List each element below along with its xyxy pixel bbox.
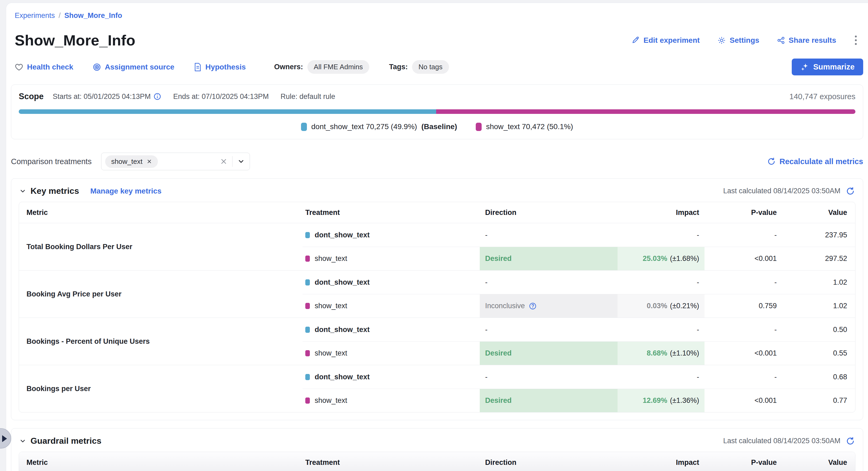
last-calculated-text: Last calculated 08/14/2025 03:50AM: [723, 437, 840, 445]
key-metrics-header: Key metrics Manage key metrics Last calc…: [19, 185, 856, 202]
impact-cell: 0.03% (±0.21%): [618, 294, 705, 317]
recalculate-wrap: Recalculate all metrics: [767, 157, 863, 166]
metric-link[interactable]: Booking Avg Price per User: [19, 271, 303, 317]
exposure-bar-baseline-segment: [19, 109, 436, 114]
impact-value: 25.03%: [643, 255, 667, 263]
value-cell: 0.77: [782, 389, 855, 412]
treatment-chip[interactable]: show_text: [105, 155, 158, 168]
table-header-row: Metric Treatment Direction Impact P-valu…: [19, 452, 855, 471]
title-row: Show_More_Info Edit experiment Settings …: [15, 32, 863, 49]
pvalue-cell: -: [705, 271, 782, 294]
assignment-source-link[interactable]: Assignment source: [93, 63, 175, 71]
clear-all-icon[interactable]: [220, 158, 227, 165]
impact-cell: -: [618, 318, 705, 341]
guardrail-metrics-table: Metric Treatment Direction Impact P-valu…: [19, 452, 856, 471]
chip-remove-icon[interactable]: [147, 159, 152, 164]
column-header-treatment: Treatment: [303, 202, 480, 223]
impact-cell: -: [618, 223, 705, 247]
baseline-swatch: [305, 327, 310, 333]
treatment-cell: dont_show_text: [303, 365, 480, 389]
comparison-treatments-select[interactable]: show_text: [101, 153, 250, 170]
tags-chip[interactable]: No tags: [412, 60, 449, 74]
manage-key-metrics-link[interactable]: Manage key metrics: [90, 187, 161, 195]
test-swatch: [305, 303, 310, 309]
share-icon: [777, 36, 785, 44]
treatment-name: show_text: [315, 302, 347, 310]
breadcrumb-experiments-link[interactable]: Experiments: [15, 11, 55, 20]
metric-group-total-booking-dollars: Total Booking Dollars Per User dont_show…: [19, 223, 855, 270]
impact-value: 8.68%: [647, 349, 667, 358]
breadcrumb: Experiments / Show_More_Info: [15, 11, 863, 20]
treatment-name: dont_show_text: [315, 278, 370, 287]
refresh-icon[interactable]: [846, 187, 855, 196]
impact-ci: (±0.21%): [670, 302, 699, 310]
treatment-name: show_text: [315, 396, 347, 405]
metric-group-bookings-per-user: Bookings per User dont_show_text - - - 0…: [19, 365, 855, 412]
hypothesis-link[interactable]: Hypothesis: [194, 63, 246, 71]
metric-link[interactable]: Total Booking Dollars Per User: [19, 223, 303, 270]
summarize-button[interactable]: Summarize: [792, 59, 863, 75]
column-header-metric: Metric: [19, 202, 303, 223]
column-header-direction: Direction: [480, 202, 618, 223]
key-metrics-title: Key metrics: [19, 186, 79, 196]
treatment-cell: show_text: [303, 341, 480, 365]
exposure-bar: [19, 109, 856, 114]
exposure-bar-test-segment: [436, 109, 856, 114]
metric-link[interactable]: Bookings per User: [19, 365, 303, 412]
column-header-value: Value: [782, 452, 855, 471]
edit-experiment-label: Edit experiment: [644, 36, 700, 45]
legend-swatch-test: [476, 123, 482, 131]
scope-header: Scope Starts at: 05/01/2025 04:13PM Ends…: [19, 92, 856, 101]
treatment-cell: show_text: [303, 247, 480, 270]
treatment-name: show_text: [315, 349, 347, 358]
pvalue-cell: <0.001: [705, 341, 782, 365]
direction-cell: Desired: [480, 341, 618, 365]
guardrail-metrics-title: Guardrail metrics: [19, 436, 101, 446]
baseline-swatch: [305, 374, 310, 380]
recalculate-all-metrics-button[interactable]: Recalculate all metrics: [767, 157, 863, 166]
direction-cell: -: [480, 318, 618, 341]
select-divider: [232, 156, 232, 167]
key-metrics-section: Key metrics Manage key metrics Last calc…: [11, 178, 863, 420]
breadcrumb-current-link[interactable]: Show_More_Info: [64, 11, 122, 20]
help-icon[interactable]: [529, 302, 537, 310]
pvalue-cell: -: [705, 365, 782, 389]
pvalue-cell: -: [705, 318, 782, 341]
treatment-name: show_text: [315, 255, 347, 263]
more-options-button[interactable]: [852, 34, 860, 46]
refresh-icon[interactable]: [846, 437, 855, 446]
sparkles-icon: [800, 63, 809, 71]
breadcrumb-separator: /: [59, 11, 61, 20]
metric-link[interactable]: Bookings - Percent of Unique Users: [19, 318, 303, 365]
page-title: Show_More_Info: [15, 32, 135, 49]
health-check-link[interactable]: Health check: [15, 63, 73, 71]
scope-title: Scope: [19, 92, 43, 101]
collapse-chevron-icon[interactable]: [19, 438, 26, 444]
edit-experiment-button[interactable]: Edit experiment: [632, 36, 700, 45]
info-icon[interactable]: [153, 93, 161, 101]
legend-test-label: show_text 70,472 (50.1%): [486, 123, 573, 131]
value-cell: 0.55: [782, 341, 855, 365]
chevron-right-icon: [2, 435, 7, 442]
owners-chip[interactable]: All FME Admins: [307, 60, 370, 74]
direction-badge: Desired: [485, 255, 512, 263]
settings-button[interactable]: Settings: [717, 36, 759, 45]
share-results-label: Share results: [789, 36, 836, 45]
column-header-pvalue: P-value: [705, 452, 782, 471]
tags-block: Tags: No tags: [389, 60, 449, 74]
direction-badge: Inconclusive: [485, 302, 525, 310]
tags-label: Tags:: [389, 63, 408, 71]
scope-ends: Ends at: 07/10/2025 04:13PM: [173, 93, 269, 101]
direction-cell: -: [480, 271, 618, 294]
comparison-label: Comparison treatments: [11, 157, 92, 166]
share-results-button[interactable]: Share results: [777, 36, 836, 45]
test-swatch: [305, 256, 310, 262]
scope-rule: Rule: default rule: [281, 93, 335, 101]
chevron-down-icon[interactable]: [237, 158, 245, 165]
guardrail-metrics-title-text: Guardrail metrics: [31, 436, 101, 446]
direction-cell: -: [480, 365, 618, 389]
collapse-chevron-icon[interactable]: [19, 188, 26, 195]
value-cell: 1.02: [782, 294, 855, 317]
impact-ci: (±1.36%): [670, 396, 699, 405]
direction-cell: -: [480, 223, 618, 247]
